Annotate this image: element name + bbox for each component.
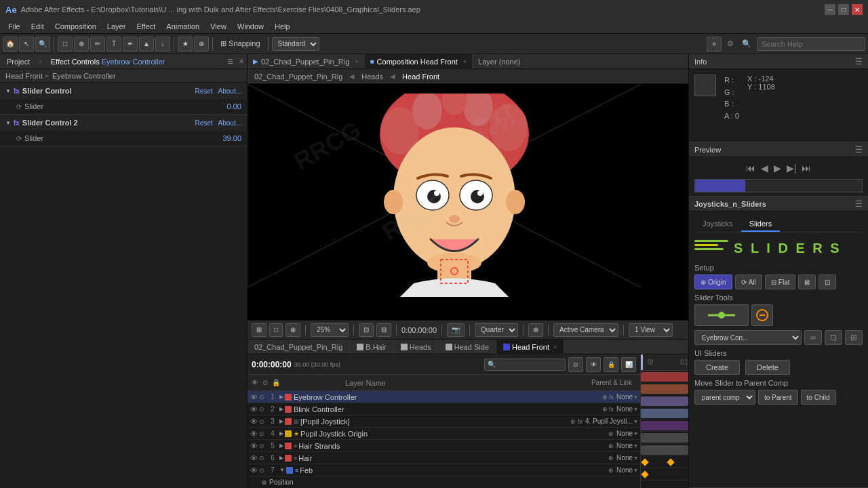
tl-eye-5[interactable]: 👁 — [250, 442, 258, 450]
toolbar-puppet-button[interactable]: ★ — [178, 37, 193, 52]
tl-eye-4[interactable]: 👁 — [250, 430, 258, 438]
vp-fit-button[interactable]: ⊡ — [359, 323, 374, 337]
tl-eye-2[interactable]: 👁 — [250, 405, 258, 413]
vp-grid-button[interactable]: ⊞ — [252, 323, 267, 337]
tl-layer-row-2[interactable]: 👁 ⊙ 2 ▶ Blink Controller ⊕ fx None ▾ — [248, 403, 640, 415]
tl-col-lock[interactable]: 🔒 — [272, 379, 280, 386]
setup-extra-button-2[interactable]: ⊡ — [818, 274, 836, 289]
toolbar-home-button[interactable]: 🏠 — [3, 37, 18, 52]
delete-button[interactable]: Delete — [745, 360, 790, 375]
vp-preview-button[interactable]: □ — [269, 323, 283, 337]
effect-reset-2[interactable]: Reset — [195, 119, 212, 127]
tl-expand-5[interactable]: ▶ — [279, 443, 283, 449]
effect-value-2[interactable]: 39.00 — [222, 134, 241, 142]
comp-tab-close-2[interactable]: × — [463, 58, 467, 65]
vp-mask-button[interactable]: ⊕ — [285, 323, 300, 337]
comp-tab-layer[interactable]: Layer (none) — [473, 54, 526, 69]
tab-effect-controls[interactable]: Effect Controls Eyebrow Controller — [47, 56, 170, 67]
toolbar-btn-9[interactable]: ⊗ — [194, 37, 209, 52]
preview-next-button[interactable]: ▶| — [787, 163, 797, 174]
view-select[interactable]: 1 View 2 Views 4 Views — [629, 323, 673, 337]
toolbar-btn-2[interactable]: □ — [58, 37, 73, 52]
slider-tool-orange-button[interactable] — [751, 304, 773, 326]
menu-effect[interactable]: Effect — [131, 21, 161, 32]
tl-solo-3[interactable]: ⊙ — [259, 418, 264, 425]
setup-origin-button[interactable]: ⊕ Origin — [694, 274, 732, 289]
info-menu-button[interactable]: ☰ — [855, 57, 863, 66]
zoom-select[interactable]: 25% 50% 100% — [311, 323, 349, 337]
to-child-button[interactable]: to Child — [801, 390, 836, 405]
tl-eye-7[interactable]: 👁 — [250, 466, 258, 474]
menu-layer[interactable]: Layer — [102, 21, 132, 32]
eyebrow-dropdown[interactable]: Eyebrow Con... — [694, 330, 802, 345]
menu-view[interactable]: View — [205, 21, 232, 32]
tl-eye-3[interactable]: 👁 — [250, 418, 258, 426]
tl-solo-4[interactable]: ⊙ — [259, 430, 264, 437]
tl-col-solo[interactable]: ⊙ — [262, 379, 268, 386]
menu-composition[interactable]: Composition — [50, 21, 102, 32]
to-parent-button[interactable]: to Parent — [758, 390, 798, 405]
tl-layer-row-5[interactable]: 👁 ⊙ 5 ▶ ≡ Hair Strands ⊕ None ▾ — [248, 440, 640, 452]
tl-tab-close[interactable]: × — [553, 344, 557, 350]
maximize-button[interactable]: □ — [838, 4, 849, 15]
tl-sub-row-position[interactable]: ⊕ Position — [248, 476, 640, 488]
menu-file[interactable]: File — [3, 21, 26, 32]
preview-menu-button[interactable]: ☰ — [855, 145, 863, 155]
tl-expand-7[interactable]: ▼ — [279, 467, 285, 473]
toolbar-btn-6[interactable]: ✒ — [123, 37, 138, 52]
tl-layer-row-1[interactable]: 👁 ⊙ 1 ▶ Eyebrow Controller ⊕ fx None ▾ — [248, 391, 640, 403]
js-menu-button[interactable]: ☰ — [855, 199, 863, 209]
toolbar-btn-8[interactable]: ↓ — [155, 37, 170, 52]
js-tab-joysticks[interactable]: Joysticks — [694, 217, 741, 232]
panel-close-button[interactable]: ☰ — [227, 58, 233, 65]
menu-window[interactable]: Window — [232, 21, 269, 32]
create-button[interactable]: Create — [694, 360, 740, 375]
slider-tool-green-button[interactable] — [694, 304, 749, 326]
setup-extra-button[interactable]: ⊠ — [798, 274, 816, 289]
tl-search-input[interactable] — [484, 359, 566, 371]
tab-project[interactable]: Project — [3, 56, 34, 67]
tl-solo-7[interactable]: ⊙ — [259, 467, 264, 474]
effect-about-1[interactable]: About... — [218, 87, 241, 95]
tl-layer-row-4[interactable]: 👁 ⊙ 4 ▶ ★ Pupil Joystick Origin ⊕ None ▾ — [248, 428, 640, 440]
quality-select[interactable]: Quarter Half Full — [475, 323, 518, 337]
tl-eye-6[interactable]: 👁 — [250, 454, 258, 462]
tl-shy[interactable]: 👁 — [586, 357, 601, 372]
parent-comp-dropdown[interactable]: parent comps — [694, 390, 755, 405]
toolbar-select-button[interactable]: ↖ — [19, 37, 34, 52]
toolbar-zoom-button[interactable]: 🔍 — [35, 37, 50, 52]
connect-btn-1[interactable]: ∞ — [804, 330, 822, 345]
setup-all-button[interactable]: ⟳ All — [735, 274, 762, 289]
vp-region-button[interactable]: ⊟ — [376, 323, 391, 337]
effect-about-2[interactable]: About... — [218, 119, 241, 127]
toolbar-extend-button[interactable]: » — [707, 37, 722, 52]
tl-tab-heads[interactable]: Heads — [394, 340, 439, 354]
preview-play-button[interactable]: ▶ — [774, 163, 781, 174]
camera-select[interactable]: Active Camera — [553, 323, 618, 337]
tl-expand-2[interactable]: ▶ — [279, 406, 283, 412]
comp-tab-headfront[interactable]: ■ Composition Head Front × — [365, 54, 473, 69]
tl-solo-2[interactable]: ⊙ — [259, 406, 264, 413]
preview-last-button[interactable]: ⏭ — [802, 163, 811, 174]
tl-tab-headside[interactable]: Head Side — [439, 340, 496, 354]
tl-chart[interactable]: 📊 — [621, 357, 636, 372]
toolbar-btn-3[interactable]: ⊕ — [74, 37, 89, 52]
tl-layer-row-7[interactable]: 👁 ⊙ 7 ▼ ≡ Feb ⊕ None ▾ — [248, 464, 640, 476]
panel-menu-button[interactable]: ✕ — [239, 58, 244, 65]
tl-motion-blur[interactable]: ⊙ — [568, 357, 583, 372]
tl-col-eye[interactable]: 👁 — [252, 379, 258, 386]
tl-tab-rig[interactable]: 02_Chad_Puppet_Pin_Rig — [248, 340, 350, 354]
workspace-select[interactable]: Default Learn Standard — [272, 37, 319, 51]
tl-expand-3[interactable]: ▶ — [279, 418, 283, 424]
vp-render-button[interactable]: ⊕ — [528, 323, 543, 337]
effect-header-1[interactable]: ▼ fx Slider Control Reset About... — [0, 83, 247, 99]
tl-expand-4[interactable]: ▶ — [279, 430, 283, 436]
menu-animation[interactable]: Animation — [161, 21, 205, 32]
connect-btn-3[interactable]: ⊞ — [845, 330, 863, 345]
tl-layer-row-6[interactable]: 👁 ⊙ 6 ▶ ≡ Hair ⊕ None ▾ — [248, 452, 640, 464]
tl-tab-headfront[interactable]: Head Front × — [496, 340, 564, 354]
sub-tab-heads[interactable]: Heads — [357, 71, 387, 82]
preview-prev-button[interactable]: ◀ — [761, 163, 768, 174]
effect-reset-1[interactable]: Reset — [195, 87, 212, 95]
tl-expand-1[interactable]: ▶ — [279, 394, 283, 400]
